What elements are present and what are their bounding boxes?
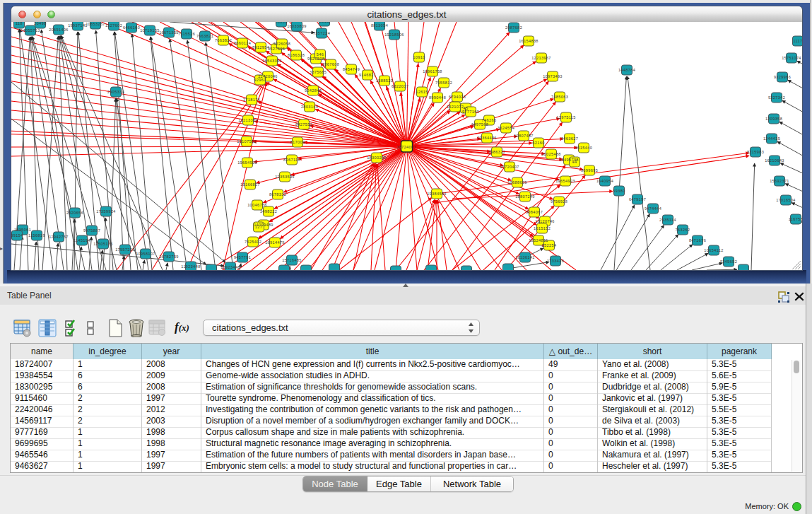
svg-text:9242848: 9242848 [305, 88, 322, 93]
svg-text:2087682: 2087682 [505, 25, 522, 30]
svg-text:8813054: 8813054 [371, 23, 388, 28]
svg-text:12213967: 12213967 [531, 56, 551, 60]
svg-text:9777169: 9777169 [462, 110, 479, 114]
svg-text:1117: 1117 [793, 39, 802, 43]
svg-text:9527506: 9527506 [268, 47, 285, 51]
svg-text:8813: 8813 [319, 22, 329, 23]
svg-text:16120746: 16120746 [535, 219, 555, 223]
svg-text:20691406: 20691406 [49, 28, 69, 32]
svg-text:763262: 763262 [676, 228, 690, 232]
svg-text:1835061: 1835061 [14, 228, 31, 232]
svg-text:127: 127 [255, 225, 262, 229]
svg-text:7625402: 7625402 [245, 240, 261, 244]
svg-text:19218506: 19218506 [384, 33, 404, 37]
svg-text:1209358: 1209358 [765, 117, 782, 121]
svg-text:9527508: 9527508 [307, 57, 324, 61]
svg-text:8215983: 8215983 [747, 150, 764, 154]
svg-text:11923448: 11923448 [181, 264, 200, 269]
svg-text:12923448: 12923448 [220, 265, 240, 269]
svg-text:1156819: 1156819 [28, 233, 45, 238]
svg-text:17016504: 17016504 [776, 198, 796, 202]
svg-text:7955812: 7955812 [435, 81, 452, 85]
svg-text:9699695: 9699695 [581, 168, 598, 173]
svg-text:16671355: 16671355 [159, 30, 179, 35]
svg-text:9756928: 9756928 [551, 199, 567, 204]
svg-text:8454749: 8454749 [343, 67, 360, 71]
svg-text:3624554: 3624554 [498, 126, 514, 130]
svg-text:16914479: 16914479 [265, 240, 285, 245]
svg-text:1448784: 1448784 [618, 68, 635, 72]
svg-text:9515440: 9515440 [575, 146, 592, 150]
svg-text:2905334: 2905334 [107, 90, 124, 94]
svg-text:18524851: 18524851 [529, 238, 548, 243]
svg-text:8912954: 8912954 [252, 45, 269, 49]
svg-text:44: 44 [572, 160, 577, 164]
svg-text:2803144: 2803144 [301, 105, 318, 109]
svg-text:10973493: 10973493 [543, 74, 563, 78]
svg-text:5226058: 5226058 [273, 42, 290, 46]
svg-text:6794028: 6794028 [449, 95, 466, 99]
svg-text:3498222: 3498222 [260, 209, 277, 214]
svg-text:16033809: 16033809 [287, 24, 307, 28]
svg-text:7663821: 7663821 [196, 34, 213, 38]
svg-text:2718176: 2718176 [243, 98, 260, 102]
svg-text:10910: 10910 [413, 55, 425, 59]
svg-text:6466160: 6466160 [123, 25, 140, 30]
svg-text:116753: 116753 [789, 217, 802, 221]
svg-text:1244415: 1244415 [763, 136, 780, 141]
svg-text:3375685: 3375685 [310, 70, 326, 74]
svg-text:59380: 59380 [613, 189, 625, 193]
svg-text:19384554: 19384554 [427, 192, 447, 196]
svg-text:12213389: 12213389 [238, 118, 258, 122]
svg-text:10046756: 10046756 [247, 203, 267, 207]
svg-text:10958107: 10958107 [136, 252, 155, 256]
svg-text:10654112: 10654112 [704, 248, 723, 252]
svg-text:6322037: 6322037 [392, 84, 408, 88]
svg-text:8267110: 8267110 [283, 158, 300, 162]
svg-text:9245652: 9245652 [720, 259, 737, 264]
svg-text:62160: 62160 [532, 141, 544, 145]
svg-text:16154838: 16154838 [519, 39, 539, 43]
svg-text:16136141: 16136141 [515, 255, 535, 259]
svg-text:7357224: 7357224 [313, 31, 330, 35]
svg-text:18300295: 18300295 [367, 156, 387, 160]
svg-text:2935114: 2935114 [659, 218, 676, 222]
svg-text:15716485: 15716485 [282, 258, 302, 262]
svg-text:12975115: 12975115 [556, 115, 575, 119]
svg-text:16782759: 16782759 [159, 255, 179, 259]
svg-text:9146821: 9146821 [359, 73, 376, 77]
svg-text:92961: 92961 [254, 78, 266, 82]
svg-text:39154: 39154 [11, 233, 23, 238]
svg-text:10719155: 10719155 [140, 28, 160, 33]
svg-text:1527602: 1527602 [105, 23, 122, 28]
svg-text:20498: 20498 [34, 22, 46, 25]
svg-text:7515526: 7515526 [178, 32, 195, 36]
svg-text:7986322: 7986322 [488, 150, 505, 154]
svg-text:10025488: 10025488 [541, 152, 561, 156]
svg-text:8660124: 8660124 [234, 41, 251, 45]
svg-text:17359924: 17359924 [96, 209, 116, 214]
svg-text:1640954: 1640954 [596, 179, 613, 183]
svg-text:1621072: 1621072 [447, 105, 464, 109]
svg-text:17957255: 17957255 [115, 247, 135, 252]
svg-text:8471676: 8471676 [689, 238, 706, 243]
svg-text:16543362: 16543362 [262, 59, 282, 63]
svg-text:817004: 817004 [290, 140, 305, 144]
svg-text:9084067: 9084067 [526, 210, 543, 214]
svg-text:546: 546 [317, 52, 324, 57]
svg-text:7485063: 7485063 [551, 95, 568, 99]
svg-text:118: 118 [16, 22, 23, 25]
svg-text:16961758: 16961758 [423, 69, 442, 74]
svg-text:9329966: 9329966 [774, 75, 791, 79]
svg-text:1145194: 1145194 [73, 238, 90, 243]
svg-text:12942757: 12942757 [49, 235, 69, 239]
svg-text:252254: 252254 [542, 243, 557, 247]
svg-text:9975887: 9975887 [83, 228, 100, 233]
svg-text:9463627: 9463627 [561, 136, 578, 141]
svg-text:1733426: 1733426 [547, 259, 564, 263]
svg-text:19166827: 19166827 [240, 182, 260, 187]
svg-text:14055713: 14055713 [20, 28, 40, 33]
svg-text:15720407: 15720407 [500, 165, 519, 169]
svg-text:8427552: 8427552 [295, 122, 312, 127]
svg-text:2867608: 2867608 [322, 62, 339, 66]
